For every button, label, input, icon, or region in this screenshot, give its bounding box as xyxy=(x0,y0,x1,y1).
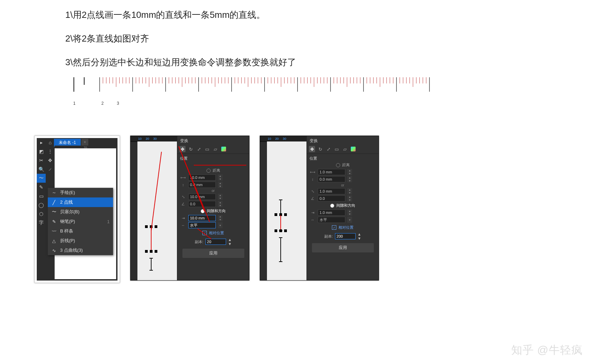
transform-mode-bar-b: ✥ ↻ ⤢ ▭ ▱ xyxy=(307,145,379,154)
gap-radio-a[interactable]: 间隙和方向 xyxy=(180,208,246,214)
position-mode-icon[interactable]: ✥ xyxy=(309,146,315,152)
direction-select-a[interactable] xyxy=(188,222,216,228)
line-tool-flyout: ～手绘(E)╱2 点线〜贝塞尔(B)✎钢笔(P)1〰B 样条△折线(P)∿3 点… xyxy=(48,188,113,255)
long-line-selected[interactable] xyxy=(151,227,152,251)
size-mode-icon[interactable]: ▭ xyxy=(334,146,340,152)
angle-input[interactable] xyxy=(188,201,216,207)
ruler-label-3: 3 xyxy=(117,101,119,106)
length-icon: ⤡ xyxy=(310,189,316,194)
short-line-selected[interactable] xyxy=(280,215,281,231)
h-distance-input[interactable] xyxy=(188,174,216,181)
flyout-item-label: B 样条 xyxy=(60,228,73,234)
direction-icon: ↔ xyxy=(310,218,316,222)
flyout-item-icon: ∿ xyxy=(51,248,57,253)
transform-title-b: 变换 xyxy=(307,137,379,145)
gap-radio-b[interactable]: 间隙和方向 xyxy=(310,203,376,208)
flyout-item-icon: 〜 xyxy=(51,209,57,215)
long-line-bottom[interactable] xyxy=(280,238,281,262)
v-distance-input[interactable] xyxy=(188,182,216,188)
move-icon[interactable]: ✥ xyxy=(46,156,55,165)
length-icon: ⤡ xyxy=(180,195,186,199)
rectangle-tool-icon[interactable]: ▭ xyxy=(37,192,46,201)
gap-input-a[interactable] xyxy=(188,215,216,221)
rotate-mode-icon[interactable]: ↻ xyxy=(188,146,194,152)
v-distance-icon: ↕ xyxy=(180,183,186,187)
distance-radio-a[interactable]: 距离 xyxy=(180,168,246,173)
rotate-mode-icon[interactable]: ↻ xyxy=(317,146,323,152)
flyout-item-icon: ～ xyxy=(51,190,57,196)
direction-select-b[interactable] xyxy=(318,217,345,223)
flyout-item[interactable]: ✎钢笔(P)1 xyxy=(48,217,113,226)
instruction-2: 2\将2条直线如图对齐 xyxy=(65,31,296,47)
skew-mode-icon[interactable]: ▱ xyxy=(342,146,348,152)
apply-button-a[interactable]: 应用 xyxy=(182,249,244,258)
flyout-item-icon: 〰 xyxy=(51,229,57,234)
flyout-item[interactable]: ～手绘(E) xyxy=(48,188,113,197)
flyout-item-label: 贝塞尔(B) xyxy=(60,209,79,215)
shape-tool-icon[interactable]: ◩ xyxy=(37,147,46,156)
copies-input-a[interactable] xyxy=(205,239,226,245)
3d-mode-icon[interactable] xyxy=(350,146,356,152)
ellipse-tool-icon[interactable]: ◯ xyxy=(37,201,46,209)
position-mode-icon[interactable]: ✥ xyxy=(179,146,186,152)
flyout-item-label: 手绘(E) xyxy=(60,190,75,196)
copies-label-b: 副本: xyxy=(324,234,333,239)
vertical-toolbar: ▸ ◩ ✂ 🔍 〜 ✎ ▭ ◯ ⬡ 字 xyxy=(37,138,46,281)
flyout-item-shortcut: 1 xyxy=(107,219,110,224)
relative-position-checkbox-a[interactable]: ✓相对位置 xyxy=(180,230,246,236)
relative-position-checkbox-b[interactable]: ✓相对位置 xyxy=(310,225,376,230)
skew-mode-icon[interactable]: ▱ xyxy=(212,146,219,152)
svg-line-103 xyxy=(151,152,161,231)
v-distance-input-b[interactable] xyxy=(318,176,345,182)
freehand-tool-icon[interactable]: 〜 xyxy=(37,174,46,183)
new-tab-button[interactable]: + xyxy=(81,139,88,146)
flyout-item[interactable]: 〰B 样条 xyxy=(48,226,113,236)
flyout-item[interactable]: ╱2 点线 xyxy=(48,197,113,207)
scale-mode-icon[interactable]: ⤢ xyxy=(325,146,332,152)
flyout-item[interactable]: 〜贝塞尔(B) xyxy=(48,207,113,217)
zoom-tool-icon[interactable]: 🔍 xyxy=(37,165,46,174)
crop-tool-icon[interactable]: ✂ xyxy=(37,156,46,165)
size-mode-icon[interactable]: ▭ xyxy=(204,146,210,152)
instructions-block: 1\用2点线画一条10mm的直线和一条5mm的直线。 2\将2条直线如图对齐 3… xyxy=(65,7,296,78)
pick-tool-icon[interactable]: ▸ xyxy=(37,138,46,147)
text-tool-icon[interactable]: 字 xyxy=(37,218,46,227)
ruler-figure: 1 2 3 xyxy=(65,77,433,108)
short-line[interactable] xyxy=(151,258,152,270)
flyout-item[interactable]: ∿3 点曲线(3) xyxy=(48,246,113,255)
canvas-b[interactable] xyxy=(267,141,306,280)
flyout-item-label: 2 点线 xyxy=(60,199,73,205)
length-input-b[interactable] xyxy=(318,188,345,194)
polygon-tool-icon[interactable]: ⬡ xyxy=(37,209,46,218)
length-input[interactable] xyxy=(188,194,216,200)
instruction-3: 3\然后分别选中长边和短边用变换命令调整参数变换就好了 xyxy=(65,54,296,70)
copies-label-a: 副本: xyxy=(195,239,203,244)
v-distance-icon: ↕ xyxy=(310,177,316,181)
flyout-item-icon: ╱ xyxy=(51,200,57,205)
transform-mode-bar-a: ✥ ↻ ⤢ ▭ ▱ xyxy=(177,145,249,154)
h-distance-icon: ⟷ xyxy=(180,175,186,180)
flyout-item[interactable]: △折线(P) xyxy=(48,236,113,246)
position-section-label: 位置 xyxy=(180,156,246,161)
h-distance-icon: ⟷ xyxy=(310,170,316,174)
3d-mode-icon[interactable] xyxy=(221,146,227,152)
flyout-item-label: 3 点曲线(3) xyxy=(60,247,83,253)
angle-input-b[interactable] xyxy=(318,195,345,202)
canvas-a[interactable] xyxy=(137,141,177,280)
h-distance-input-b[interactable] xyxy=(318,169,345,175)
scale-mode-icon[interactable]: ⤢ xyxy=(196,146,202,152)
home-icon[interactable]: ⌂ xyxy=(46,138,55,147)
artistic-media-icon[interactable]: ✎ xyxy=(37,183,46,192)
watermark: 知乎 @牛轻疯 xyxy=(511,343,583,358)
distance-radio-b[interactable]: 距离 xyxy=(310,162,376,168)
gap-input-b[interactable] xyxy=(318,209,345,216)
copies-input-b[interactable] xyxy=(335,233,356,239)
direction-icon: ↔ xyxy=(180,223,186,227)
canvas-ruler-b: 10 20 30 xyxy=(260,136,306,142)
node-icon[interactable]: ⋮ xyxy=(46,147,55,156)
apply-button-b[interactable]: 应用 xyxy=(312,243,374,252)
canvas-ruler-a: 10 20 30 xyxy=(131,136,177,142)
or-label-a: or xyxy=(180,189,246,193)
transform-panel-b: 10 20 30 xyxy=(260,136,379,281)
eyedrop-icon[interactable]: ⟋ xyxy=(46,165,55,174)
